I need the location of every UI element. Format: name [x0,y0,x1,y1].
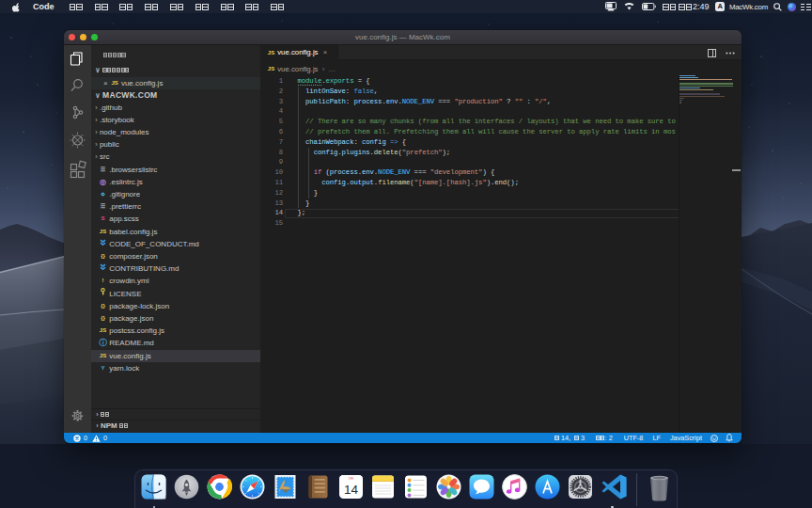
svg-text:7月: 7月 [348,476,353,481]
svg-text:14: 14 [343,483,358,497]
